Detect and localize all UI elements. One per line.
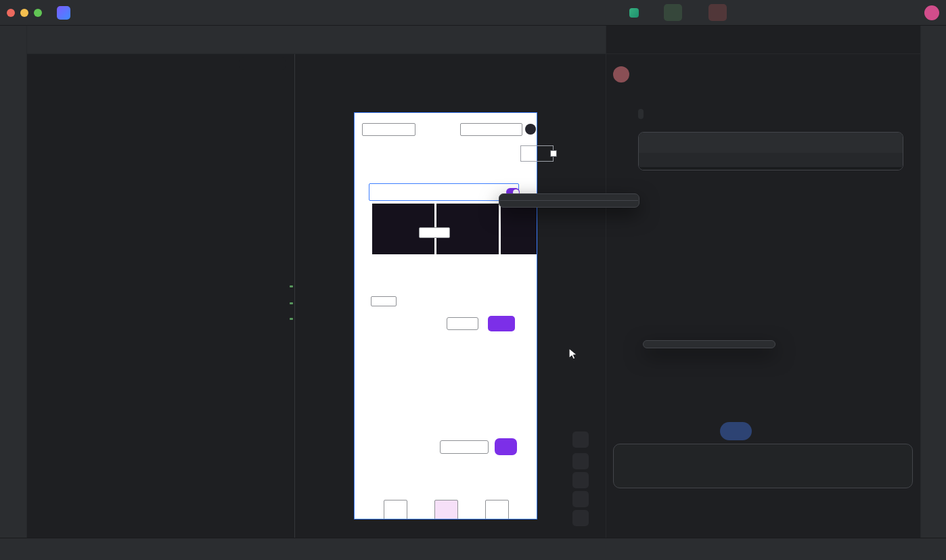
selection-resize-handle[interactable] [550, 150, 557, 157]
more-run-actions-button[interactable] [731, 4, 749, 22]
minus-icon [576, 475, 586, 486]
greeting-label [460, 123, 522, 136]
info-icon[interactable] [927, 544, 937, 554]
phone-icon [590, 8, 600, 18]
edit-button[interactable] [495, 438, 517, 455]
profiler-icon [794, 7, 805, 18]
tab-agent[interactable] [637, 35, 650, 44]
preview-context-menu [499, 193, 639, 208]
gemini-panel [606, 26, 920, 538]
profiler-button[interactable] [790, 4, 809, 22]
vcs-widget[interactable] [101, 6, 123, 20]
search-everywhere-button[interactable] [880, 4, 898, 22]
change-marker [290, 302, 293, 304]
add-device-button[interactable] [440, 440, 489, 454]
more-vertical-icon[interactable] [524, 96, 533, 106]
run-icon [668, 7, 678, 18]
menu-separator [500, 200, 638, 201]
project-selector[interactable] [74, 6, 97, 20]
zoom-in-button[interactable] [572, 453, 589, 469]
lock-icon[interactable] [896, 544, 905, 554]
debug-button[interactable] [686, 4, 704, 21]
user-avatar[interactable] [924, 5, 939, 20]
gemini-header [606, 26, 920, 54]
change-status [641, 180, 903, 190]
zoom-out-button[interactable] [572, 472, 589, 488]
status-file-path[interactable] [9, 544, 24, 554]
device-mirroring-button[interactable] [768, 4, 786, 22]
zoom-reset-button[interactable] [572, 491, 589, 507]
minimize-window-button[interactable] [20, 9, 28, 17]
calendar-icon [384, 126, 391, 133]
created-file-card [638, 132, 903, 170]
ac-image [501, 204, 537, 254]
close-window-button[interactable] [7, 9, 15, 17]
phone-preview[interactable] [354, 112, 537, 519]
split-editor-icon[interactable] [543, 34, 554, 45]
ambience-tile[interactable] [485, 500, 509, 519]
device-selector[interactable] [585, 6, 621, 20]
stop-button[interactable] [708, 4, 727, 21]
context-icon [613, 499, 623, 509]
editor-layout-icon[interactable] [564, 34, 575, 45]
code-editor[interactable] [27, 54, 294, 538]
gemini-status-icon[interactable] [876, 544, 885, 554]
calendar-icon [443, 506, 451, 514]
android-studio-window [0, 0, 946, 560]
app-insights-button[interactable] [835, 4, 853, 22]
current-temp-label [419, 227, 450, 238]
gear-icon[interactable] [865, 499, 875, 509]
left-tool-strip [0, 26, 27, 538]
settings-label[interactable] [371, 296, 397, 306]
maximize-window-button[interactable] [34, 9, 42, 17]
gemini-chat-button[interactable] [857, 4, 876, 22]
chevron-down-icon[interactable] [273, 59, 282, 68]
chevron-down-icon [109, 8, 118, 18]
app-module-icon [629, 8, 639, 18]
chevron-up-icon[interactable] [260, 59, 269, 68]
inspections-widget[interactable] [240, 57, 286, 70]
prompt-input[interactable] [614, 444, 912, 488]
hidden-lines-row[interactable] [639, 153, 903, 167]
profile-avatar[interactable] [525, 124, 536, 135]
chevron-down-icon [606, 8, 616, 18]
check-icon [568, 62, 577, 71]
settings-button[interactable] [902, 4, 920, 22]
run-button[interactable] [664, 4, 682, 21]
inline-code [638, 109, 644, 119]
zoom-to-fit-button[interactable] [572, 510, 589, 526]
more-vertical-icon [646, 156, 654, 164]
pan-tool-button[interactable] [572, 431, 589, 448]
ac-action-button[interactable] [488, 316, 515, 331]
ambience-tile[interactable] [434, 500, 458, 519]
calendar-icon [493, 506, 501, 514]
compose-preview-panel [294, 54, 606, 538]
status-bar [0, 538, 946, 560]
change-marker [290, 285, 293, 287]
chevron-down-icon [646, 8, 655, 18]
more-vertical-icon[interactable] [585, 34, 596, 45]
kotlin-file-icon [650, 139, 659, 147]
send-icon[interactable] [903, 499, 913, 509]
plus-icon [460, 444, 466, 450]
ambience-tile[interactable] [384, 500, 407, 519]
more-vertical-icon[interactable] [512, 480, 521, 489]
selection-rect [520, 145, 554, 162]
chat-history[interactable] [606, 54, 921, 445]
preview-tools-icon[interactable] [303, 60, 314, 71]
scroll-to-bottom-button[interactable] [720, 422, 752, 440]
build-variants-button[interactable] [813, 4, 831, 22]
add-timer-button[interactable] [447, 317, 478, 330]
shield-icon [839, 7, 850, 18]
debug-icon [690, 7, 700, 18]
open-diff-icon[interactable] [887, 139, 896, 147]
run-configuration-selector[interactable] [625, 6, 660, 20]
tab-list-icon[interactable] [522, 34, 533, 45]
user-message [613, 66, 903, 83]
more-vertical-icon[interactable] [512, 356, 521, 366]
history-icon[interactable] [884, 499, 894, 509]
gemini-controls [613, 499, 913, 509]
window-controls [7, 9, 42, 17]
calendar-icon [392, 506, 400, 514]
chevron-down-icon [734, 427, 742, 436]
